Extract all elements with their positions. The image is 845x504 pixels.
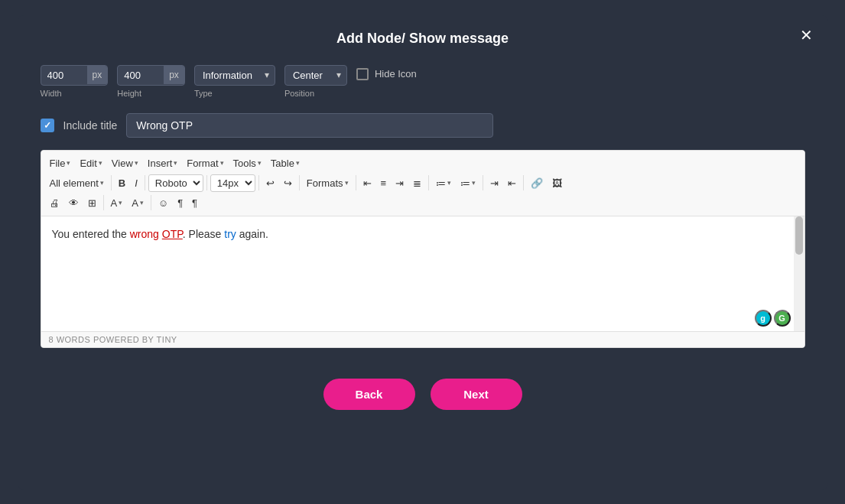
print-button[interactable]: 🖨 bbox=[46, 195, 63, 211]
height-input[interactable] bbox=[118, 66, 164, 85]
toolbar-row-3: 🖨 👁 ⊞ A ▾ A ▾ ☺ ¶ ¶ bbox=[46, 193, 800, 213]
modal-title: Add Node/ Show message bbox=[41, 31, 805, 47]
editor-container: File▾ Edit▾ View▾ Insert▾ Format▾ Tools▾ bbox=[41, 150, 805, 348]
link-button[interactable]: 🔗 bbox=[527, 175, 547, 191]
width-label: Width bbox=[41, 89, 62, 98]
italic-button[interactable]: I bbox=[131, 175, 141, 191]
outdent-button[interactable]: ⇤ bbox=[504, 175, 520, 191]
grammarly-teal-icon[interactable]: g bbox=[755, 310, 772, 327]
format-menu[interactable]: Format▾ bbox=[183, 155, 227, 171]
separator-9 bbox=[523, 175, 524, 190]
align-left-button[interactable]: ⇤ bbox=[359, 175, 375, 191]
align-justify-button[interactable]: ≣ bbox=[409, 175, 425, 191]
separator-7 bbox=[428, 175, 429, 190]
editor-scroll-area: You entered the wrong OTP. Please try ag… bbox=[41, 216, 804, 331]
paragraph-button[interactable]: ¶ bbox=[174, 195, 187, 211]
bold-button[interactable]: B bbox=[115, 175, 129, 191]
emoji-button[interactable]: ☺ bbox=[154, 195, 172, 211]
text-color-button[interactable]: A ▾ bbox=[107, 195, 127, 211]
highlight-button[interactable]: A ▾ bbox=[128, 195, 148, 211]
include-title-label: Include title bbox=[63, 119, 118, 132]
font-select[interactable]: Roboto bbox=[148, 174, 203, 192]
redo-button[interactable]: ↪ bbox=[280, 175, 296, 191]
position-label: Position bbox=[284, 89, 347, 98]
tools-menu[interactable]: Tools▾ bbox=[229, 155, 265, 171]
view-menu[interactable]: View▾ bbox=[108, 155, 142, 171]
grammarly-icons: g G bbox=[755, 310, 791, 327]
separator-10 bbox=[103, 195, 104, 210]
type-select-wrapper: Information Warning Error Success bbox=[194, 65, 275, 86]
separator-4 bbox=[258, 175, 259, 190]
height-unit: px bbox=[164, 66, 184, 84]
position-select[interactable]: Center Left Right Top Bottom bbox=[284, 65, 347, 86]
scrollbar-thumb bbox=[795, 216, 803, 255]
include-title-row: Include title bbox=[41, 113, 805, 138]
separator-11 bbox=[151, 195, 151, 210]
editor-footer: 8 WORDS POWERED BY TINY bbox=[41, 331, 804, 347]
next-button[interactable]: Next bbox=[431, 379, 522, 410]
back-button[interactable]: Back bbox=[323, 379, 415, 410]
position-group: Center Left Right Top Bottom Position bbox=[284, 65, 347, 98]
type-label: Type bbox=[194, 89, 275, 98]
top-controls: px Width px Height Information Warning E… bbox=[41, 65, 805, 98]
select-all-button[interactable]: ⊞ bbox=[84, 195, 100, 211]
hide-icon-checkbox[interactable] bbox=[356, 68, 369, 80]
unordered-list-button[interactable]: ≔ ▾ bbox=[432, 175, 455, 191]
ordered-list-button[interactable]: ≔ ▾ bbox=[457, 175, 479, 191]
width-group: px Width bbox=[41, 65, 109, 98]
height-label: Height bbox=[117, 89, 141, 98]
toolbar-row-2: All element▾ B I Roboto 14px ↩ ↪ Format bbox=[46, 173, 800, 193]
separator-8 bbox=[483, 175, 483, 190]
height-input-wrapper: px bbox=[117, 65, 185, 86]
type-select[interactable]: Information Warning Error Success bbox=[194, 65, 275, 86]
insert-menu[interactable]: Insert▾ bbox=[144, 155, 182, 171]
separator-3 bbox=[206, 175, 207, 190]
include-title-checkbox[interactable] bbox=[41, 119, 54, 132]
editor-content[interactable]: You entered the wrong OTP. Please try ag… bbox=[41, 216, 794, 331]
toolbar-row-1: File▾ Edit▾ View▾ Insert▾ Format▾ Tools▾ bbox=[46, 154, 800, 173]
separator-2 bbox=[145, 175, 145, 190]
scrollbar[interactable] bbox=[794, 216, 804, 331]
formats-button[interactable]: Formats ▾ bbox=[303, 175, 353, 191]
align-right-button[interactable]: ⇥ bbox=[392, 175, 408, 191]
position-select-wrapper: Center Left Right Top Bottom bbox=[284, 65, 347, 86]
image-button[interactable]: 🖼 bbox=[548, 175, 566, 191]
width-input[interactable] bbox=[41, 66, 87, 85]
indent-button[interactable]: ⇥ bbox=[486, 175, 502, 191]
table-menu[interactable]: Table▾ bbox=[267, 155, 304, 171]
edit-menu[interactable]: Edit▾ bbox=[76, 155, 106, 171]
width-unit: px bbox=[87, 66, 108, 84]
footer-buttons: Back Next bbox=[41, 379, 805, 410]
rtl-button[interactable]: ¶ bbox=[188, 195, 201, 211]
word-count: 8 WORDS POWERED BY TINY bbox=[49, 335, 177, 344]
height-group: px Height bbox=[117, 65, 185, 98]
all-element-select[interactable]: All element▾ bbox=[46, 175, 108, 191]
width-input-wrapper: px bbox=[41, 65, 109, 86]
undo-button[interactable]: ↩ bbox=[262, 175, 278, 191]
close-button[interactable]: ✕ bbox=[800, 28, 813, 43]
hide-icon-label: Hide Icon bbox=[375, 68, 417, 80]
font-size-select[interactable]: 14px bbox=[210, 174, 255, 192]
preview-button[interactable]: 👁 bbox=[65, 195, 83, 211]
editor-toolbar: File▾ Edit▾ View▾ Insert▾ Format▾ Tools▾ bbox=[41, 151, 804, 216]
separator-6 bbox=[356, 175, 356, 190]
hide-icon-group: Hide Icon bbox=[356, 65, 417, 80]
align-center-button[interactable]: ≡ bbox=[377, 175, 391, 191]
grammarly-green-icon[interactable]: G bbox=[774, 310, 791, 327]
file-menu[interactable]: File▾ bbox=[46, 155, 75, 171]
modal-container: Add Node/ Show message ✕ px Width px Hei… bbox=[18, 15, 828, 489]
separator-1 bbox=[111, 175, 112, 190]
separator-5 bbox=[299, 175, 300, 190]
type-group: Information Warning Error Success Type bbox=[194, 65, 275, 98]
title-input[interactable] bbox=[126, 113, 493, 138]
